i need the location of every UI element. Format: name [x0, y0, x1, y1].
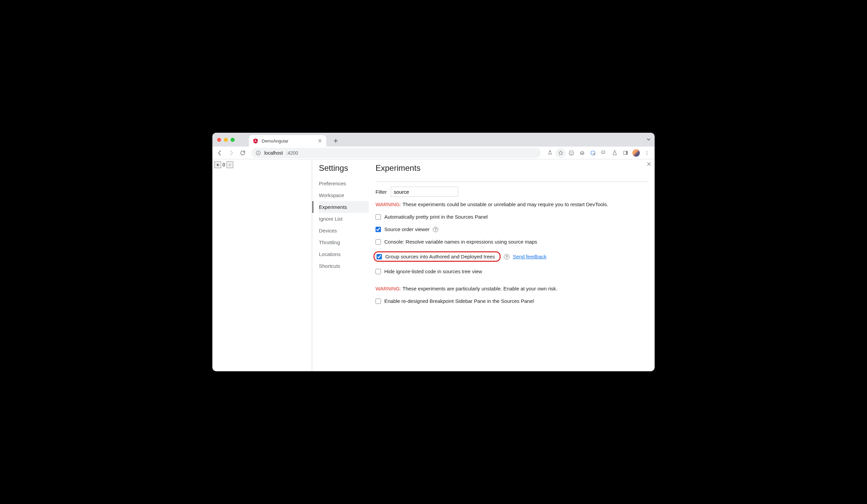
nav-item-ignore-list[interactable]: Ignore List [319, 213, 369, 225]
tab-strip: DemoAngular [212, 133, 655, 146]
warning-unstable: WARNING: These experiments could be unst… [375, 201, 648, 207]
checkbox-hide-ignored[interactable] [375, 269, 381, 274]
experiment-label: Hide ignore-listed code in sources tree … [384, 269, 482, 274]
reload-button[interactable] [238, 148, 247, 158]
checkbox-source-order-viewer[interactable] [375, 227, 381, 232]
nav-item-preferences[interactable]: Preferences [319, 177, 369, 189]
tab-title: DemoAngular [261, 139, 314, 143]
browser-tab[interactable]: DemoAngular [249, 135, 326, 146]
experiment-label: Automatically pretty print in the Source… [384, 214, 488, 220]
page-content: + 0 - [212, 160, 312, 371]
url-port: :4200 [286, 150, 298, 156]
new-tab-button[interactable] [331, 136, 341, 145]
filter-input[interactable] [391, 187, 458, 197]
svg-point-16 [646, 154, 647, 155]
settings-title: Settings [319, 163, 369, 173]
nav-item-locations[interactable]: Locations [319, 248, 369, 260]
nav-item-shortcuts[interactable]: Shortcuts [319, 260, 369, 272]
extension-devtools-icon[interactable] [588, 148, 598, 158]
bookmark-star-icon[interactable] [556, 148, 566, 158]
experiments-panel: Experiments Filter WARNING: These experi… [369, 160, 655, 371]
divider [375, 182, 648, 182]
svg-point-3 [258, 152, 258, 152]
svg-point-14 [646, 151, 647, 152]
experiment-source-order-viewer: Source order viewer ? [375, 223, 648, 235]
svg-point-9 [582, 153, 584, 155]
experiment-console-resolve: Console: Resolve variable names in expre… [375, 235, 648, 248]
experiments-list-risky: Enable re-designed Breakpoint Sidebar Pa… [375, 295, 648, 307]
browser-window: DemoAngular localhost:4200 [212, 133, 655, 371]
svg-point-6 [570, 152, 571, 153]
close-settings-icon[interactable] [646, 161, 651, 167]
angular-favicon-icon [253, 138, 258, 143]
help-icon[interactable]: ? [504, 254, 509, 260]
profile-avatar[interactable] [631, 148, 641, 158]
experiment-breakpoint-sidebar: Enable re-designed Breakpoint Sidebar Pa… [375, 295, 648, 307]
experiments-flask-icon[interactable] [609, 148, 620, 158]
help-icon[interactable]: ? [433, 227, 438, 232]
experiment-label: Enable re-designed Breakpoint Sidebar Pa… [384, 298, 534, 304]
settings-nav: Preferences Workspace Experiments Ignore… [319, 177, 369, 272]
url-host: localhost [264, 150, 283, 156]
nav-item-workspace[interactable]: Workspace [319, 189, 369, 201]
experiment-label: Console: Resolve variable names in expre… [384, 239, 537, 244]
devtools-settings: Settings Preferences Workspace Experimen… [312, 160, 655, 371]
side-panel-icon[interactable] [620, 148, 630, 158]
svg-point-5 [569, 151, 574, 155]
experiment-label: Source order viewer [384, 227, 429, 232]
svg-point-7 [572, 152, 572, 153]
share-icon[interactable] [545, 148, 555, 158]
decrement-button[interactable]: - [226, 161, 233, 168]
close-tab-icon[interactable] [318, 139, 322, 143]
svg-rect-4 [258, 153, 258, 154]
window-minimize-icon[interactable] [224, 138, 228, 142]
checkbox-pretty-print[interactable] [375, 214, 381, 220]
address-bar[interactable]: localhost:4200 [251, 148, 541, 158]
increment-button[interactable]: + [214, 161, 221, 168]
nav-item-devices[interactable]: Devices [319, 225, 369, 237]
checkbox-console-resolve[interactable] [375, 239, 381, 244]
back-button[interactable] [215, 148, 225, 158]
site-info-icon[interactable] [256, 150, 261, 156]
forward-button[interactable] [226, 148, 236, 158]
extension-user-icon[interactable] [566, 148, 576, 158]
filter-row: Filter [375, 187, 648, 197]
send-feedback-link[interactable]: Send feedback [513, 254, 546, 260]
experiment-label: Group sources into Authored and Deployed… [385, 254, 495, 260]
settings-sidebar: Settings Preferences Workspace Experimen… [312, 160, 369, 371]
window-maximize-icon[interactable] [231, 138, 235, 142]
checkbox-group-sources[interactable] [376, 254, 382, 260]
experiment-pretty-print: Automatically pretty print in the Source… [375, 210, 648, 223]
overflow-menu-icon[interactable] [642, 148, 652, 158]
checkbox-breakpoint-sidebar[interactable] [375, 298, 381, 304]
highlighted-experiment: Group sources into Authored and Deployed… [374, 251, 501, 262]
extensions-puzzle-icon[interactable] [599, 148, 609, 158]
experiment-hide-ignored: Hide ignore-listed code in sources tree … [375, 265, 648, 277]
window-close-icon[interactable] [217, 138, 221, 142]
nav-item-experiments[interactable]: Experiments [319, 201, 369, 213]
content-area: + 0 - Settings Preferences Workspace Exp… [212, 160, 655, 371]
tab-overflow-button[interactable] [646, 137, 651, 143]
browser-toolbar: localhost:4200 [212, 146, 655, 160]
panel-title: Experiments [375, 163, 648, 176]
counter-value: 0 [222, 162, 226, 167]
svg-point-8 [580, 153, 582, 155]
nav-item-throttling[interactable]: Throttling [319, 237, 369, 248]
experiment-group-sources: Group sources into Authored and Deployed… [375, 248, 648, 265]
extension-incognito-icon[interactable] [577, 148, 587, 158]
svg-rect-13 [625, 151, 627, 155]
warning-very-unstable: WARNING: These experiments are particula… [375, 286, 648, 292]
window-controls [216, 133, 237, 146]
filter-label: Filter [375, 189, 387, 195]
svg-point-15 [646, 152, 647, 153]
experiments-list: Automatically pretty print in the Source… [375, 210, 648, 277]
